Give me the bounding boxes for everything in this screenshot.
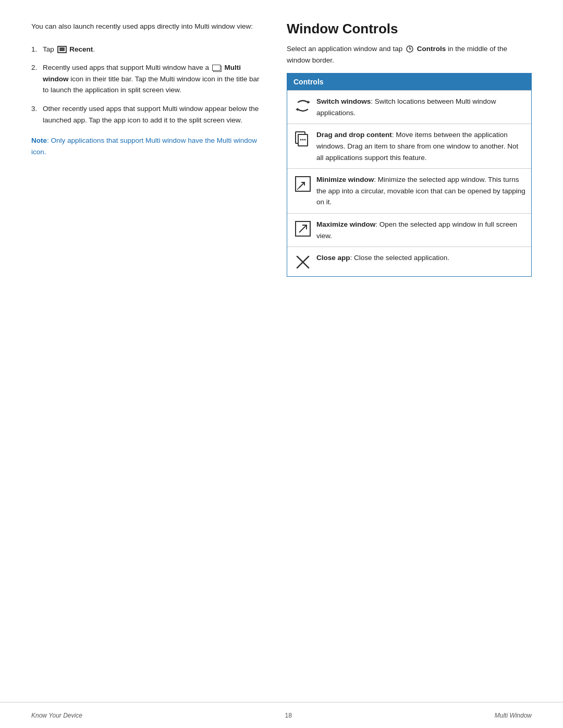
controls-bold: Controls [417, 45, 446, 53]
svg-line-11 [297, 186, 301, 190]
controls-row-close: Close app: Close the selected applicatio… [287, 246, 531, 276]
steps-list: 1. Tap Recent. 2. Recently used apps tha… [31, 44, 261, 126]
step-content: Recently used apps that support Multi wi… [43, 62, 261, 96]
step-number: 2. [31, 62, 43, 73]
controls-header: Controls [287, 73, 531, 90]
svg-line-13 [299, 225, 307, 232]
drag-drop-term: Drag and drop content [316, 131, 392, 139]
controls-row-switch: Switch windows: Switch locations between… [287, 90, 531, 124]
multi-window-front-icon [212, 65, 221, 71]
footer-left: Know Your Device [31, 712, 82, 719]
controls-row-drag-drop: Drag and drop content: Move items betwee… [287, 124, 531, 168]
recent-label: Recent [69, 45, 93, 53]
step-content: Other recently used apps that support Mu… [43, 103, 261, 126]
left-column: You can also launch recently used apps d… [31, 21, 261, 667]
svg-point-6 [302, 139, 304, 141]
switch-windows-term: Switch windows [316, 97, 371, 105]
section-intro: Select an application window and tap Con… [287, 43, 532, 66]
page-title: Window Controls [287, 21, 532, 37]
drag-drop-text: Drag and drop content: Move items betwee… [313, 129, 526, 163]
maximize-window-text: Maximize window: Open the selected app w… [313, 219, 526, 241]
svg-marker-1 [308, 101, 310, 104]
footer-page-number: 18 [285, 712, 292, 719]
note-label: Note [31, 137, 47, 144]
minimize-window-text: Minimize window: Minimize the selected a… [313, 174, 526, 208]
minimize-window-term: Minimize window [316, 176, 374, 183]
page-footer: Know Your Device 18 Multi Window [0, 702, 563, 728]
maximize-window-term: Maximize window [316, 220, 375, 228]
close-app-desc: : Close the selected application. [350, 254, 450, 262]
close-app-icon [292, 252, 313, 271]
footer-right: Multi Window [495, 712, 532, 719]
note-paragraph: Note: Only applications that support Mul… [31, 135, 261, 157]
step-number: 1. [31, 44, 43, 55]
svg-point-7 [300, 139, 302, 141]
maximize-window-icon [292, 219, 313, 238]
list-item: 1. Tap Recent. [31, 44, 261, 55]
close-app-text: Close app: Close the selected applicatio… [313, 252, 526, 264]
switch-windows-text: Switch windows: Switch locations between… [313, 96, 526, 118]
drag-drop-icon [292, 129, 313, 150]
step-content: Tap Recent. [43, 44, 261, 55]
list-item: 2. Recently used apps that support Multi… [31, 62, 261, 96]
minimize-window-icon [292, 174, 313, 193]
step-number: 3. [31, 103, 43, 115]
controls-row-maximize: Maximize window: Open the selected app w… [287, 213, 531, 246]
controls-tap-icon [406, 45, 414, 53]
multi-window-label: Multi window [43, 64, 241, 83]
controls-row-minimize: Minimize window: Minimize the selected a… [287, 168, 531, 213]
note-body: : Only applications that support Multi w… [31, 137, 257, 156]
close-app-term: Close app [316, 254, 350, 262]
list-item: 3. Other recently used apps that support… [31, 103, 261, 126]
svg-point-8 [304, 139, 306, 141]
intro-paragraph: You can also launch recently used apps d… [31, 21, 261, 32]
switch-windows-icon [292, 96, 313, 115]
svg-marker-2 [296, 108, 298, 111]
controls-table: Controls Switch windows: Switch location… [287, 73, 532, 277]
right-column: Window Controls Select an application wi… [287, 21, 532, 667]
recent-icon [57, 46, 67, 53]
